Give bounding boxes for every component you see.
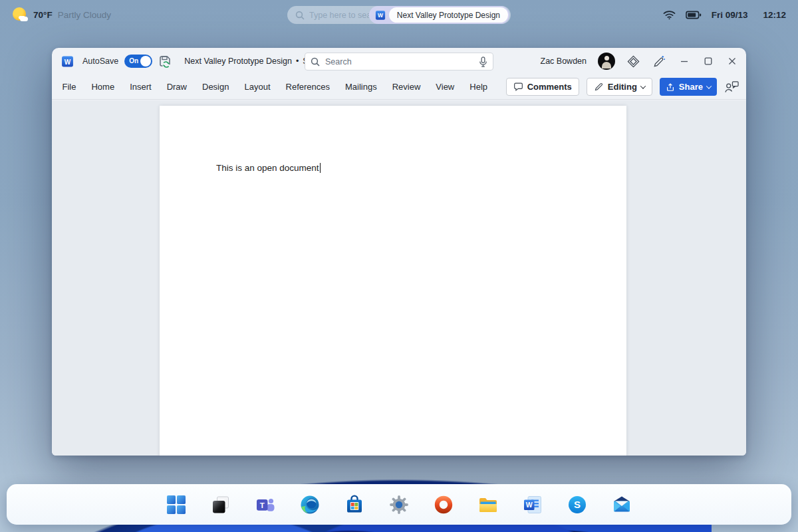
start-button[interactable] — [166, 494, 187, 515]
svg-text:W: W — [378, 12, 383, 19]
edge-icon — [300, 495, 320, 515]
tab-references[interactable]: References — [278, 74, 337, 100]
tab-layout[interactable]: Layout — [237, 74, 278, 100]
tab-insert[interactable]: Insert — [122, 74, 160, 100]
taskbar-icons: T — [166, 494, 632, 515]
task-view-icon — [211, 495, 231, 515]
tab-review[interactable]: Review — [384, 74, 428, 100]
search-icon — [295, 11, 305, 20]
skype-icon: S — [567, 495, 587, 515]
account-avatar[interactable] — [598, 53, 615, 70]
ribbon-tab-bar: File Home Insert Draw Design Layout Refe… — [52, 74, 746, 100]
teams-icon: T — [255, 495, 275, 515]
svg-text:S: S — [574, 499, 581, 510]
document-page[interactable]: This is an open document — [160, 106, 626, 456]
tab-file[interactable]: File — [55, 74, 84, 100]
account-user-name[interactable]: Zac Bowden — [541, 57, 587, 66]
weather-temperature: 70°F — [33, 10, 53, 20]
pencil-icon — [594, 82, 604, 92]
svg-text:W: W — [65, 58, 71, 65]
task-view-button[interactable] — [210, 494, 231, 515]
maximize-button[interactable] — [704, 57, 713, 66]
word-logo-icon[interactable]: W — [61, 55, 74, 68]
running-app-segment[interactable]: W Next Valley Prototype Design — [369, 6, 509, 24]
tray-date[interactable]: Fri 09/13 — [712, 10, 748, 20]
ribbon-tabs: File Home Insert Draw Design Layout Refe… — [55, 74, 495, 100]
mail-button[interactable] — [611, 494, 632, 515]
taskbar: T — [7, 484, 791, 525]
partly-cloudy-icon — [12, 7, 28, 23]
tab-draw[interactable]: Draw — [159, 74, 194, 100]
edge-button[interactable] — [299, 494, 321, 515]
tab-mailings[interactable]: Mailings — [338, 74, 385, 100]
desktop-search-bar[interactable]: W Next Valley Prototype Design — [287, 6, 511, 24]
comment-bubble-icon — [513, 82, 523, 92]
office-icon — [434, 495, 454, 515]
tab-view[interactable]: View — [428, 74, 462, 100]
chevron-down-icon — [706, 83, 712, 88]
svg-text:W: W — [526, 501, 533, 509]
svg-text:T: T — [260, 501, 265, 509]
catch-up-icon[interactable] — [724, 80, 739, 94]
dictate-mic-icon[interactable] — [479, 57, 487, 67]
share-icon — [666, 82, 675, 92]
weather-condition: Partly Cloudy — [58, 10, 111, 20]
battery-icon[interactable] — [686, 10, 702, 20]
top-status-bar: 70°F Partly Cloudy W Next Valley Prototy… — [0, 0, 798, 29]
text-cursor — [320, 163, 321, 173]
word-titlebar: W AutoSave On Next Valley Prototype Desi… — [52, 48, 746, 74]
file-explorer-icon — [478, 495, 498, 515]
file-explorer-button[interactable] — [477, 494, 499, 515]
office-button[interactable] — [433, 494, 454, 515]
word-icon: W — [523, 495, 543, 515]
word-button[interactable]: W — [522, 494, 543, 515]
document-canvas: This is an open document — [52, 100, 746, 456]
comments-button[interactable]: Comments — [506, 78, 579, 96]
autosave-state: On — [129, 57, 138, 65]
share-button[interactable]: Share — [660, 78, 717, 96]
designer-gem-icon[interactable] — [626, 55, 640, 68]
running-app-pill[interactable]: Next Valley Prototype Design — [389, 7, 508, 23]
minimize-button[interactable] — [680, 57, 689, 66]
system-tray[interactable]: Fri 09/13 12:12 — [663, 10, 786, 20]
desktop-search-input[interactable] — [305, 11, 369, 20]
weather-widget[interactable]: 70°F Partly Cloudy — [12, 7, 111, 23]
save-sync-icon[interactable] — [158, 55, 172, 68]
word-search-input[interactable] — [320, 57, 479, 66]
tab-help[interactable]: Help — [462, 74, 495, 100]
skype-button[interactable]: S — [567, 494, 588, 515]
mail-icon — [612, 495, 632, 515]
settings-button[interactable] — [388, 494, 410, 515]
tab-home[interactable]: Home — [84, 74, 122, 100]
autosave-label: AutoSave — [82, 57, 118, 66]
tray-time[interactable]: 12:12 — [763, 10, 786, 20]
chevron-down-icon — [640, 83, 646, 88]
settings-gear-icon — [389, 495, 409, 515]
document-text: This is an open document — [216, 163, 321, 173]
autosave-toggle[interactable]: On — [124, 55, 152, 68]
microsoft-store-button[interactable] — [344, 494, 365, 515]
tab-design[interactable]: Design — [195, 74, 237, 100]
word-search-box[interactable] — [305, 53, 493, 70]
close-button[interactable] — [728, 57, 737, 66]
editing-mode-button[interactable]: Editing — [587, 78, 652, 96]
search-icon — [311, 57, 320, 66]
teams-button[interactable]: T — [255, 494, 276, 515]
title-separator: • — [296, 57, 299, 66]
windows-logo-icon — [166, 495, 186, 515]
word-app-icon: W — [375, 10, 386, 21]
microsoft-store-icon — [344, 495, 364, 515]
editor-pen-sparkle-icon[interactable] — [652, 55, 666, 68]
wifi-icon[interactable] — [663, 10, 676, 20]
word-window: W AutoSave On Next Valley Prototype Desi… — [52, 48, 746, 456]
